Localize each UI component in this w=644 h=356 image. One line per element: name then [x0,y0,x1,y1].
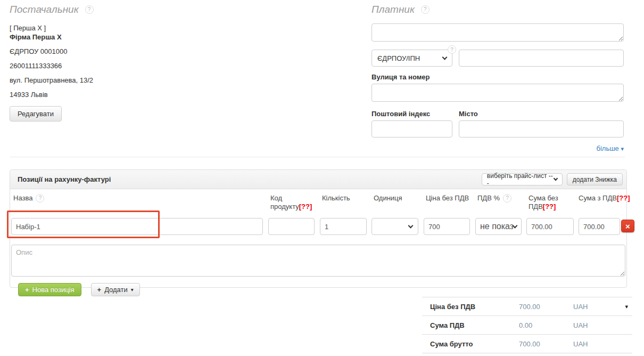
payer-title: Платник [371,3,415,16]
pricelist-select[interactable]: виберіть прайс-лист --- [482,173,563,185]
quantity-input[interactable] [320,218,367,235]
city-input[interactable] [459,120,624,137]
price-net-input[interactable] [424,218,470,235]
payer-name-input[interactable] [371,23,624,42]
unit-select[interactable] [371,218,418,235]
postal-code-label: Поштовий індекс [371,110,452,118]
item-name-input[interactable] [11,218,263,235]
supplier-address: вул. Першотравнева, 13/2 [10,76,233,85]
payer-section: Платник ? ЄДРПОУ/ІПН ? Вулиця та номер П… [371,3,624,152]
invoice-items-panel: Позиції на рахунку-фактурі виберіть прай… [10,169,627,288]
chevron-down-icon [408,223,414,228]
total-label: Сума брутто [422,340,519,348]
total-value: 700.00 [519,340,573,348]
id-number-input[interactable] [459,50,624,67]
total-label: Ціна без ПДВ [422,303,519,311]
col-header-price-net: Ціна без ПДВ [426,194,469,203]
supplier-company-name: Фірма Перша Х [10,33,233,42]
col-header-name: Назва ? [13,194,44,203]
sum-gross-input[interactable] [579,218,620,235]
total-row-gross: Сума брутто 700.00 UAH [422,335,632,353]
help-icon[interactable]: ? [421,5,430,14]
col-header-sum-gross: Сума з ПДВ[??] [579,194,630,203]
supplier-account: 26001111333366 [10,61,233,70]
help-icon[interactable]: ? [85,5,94,14]
chevron-down-icon [554,176,558,181]
items-panel-header: Позиції на рахунку-фактурі виберіть прай… [10,170,626,189]
vat-select[interactable]: не показу [475,218,522,235]
add-dropdown-button[interactable]: + Додати ▾ [91,283,140,296]
chevron-down-icon [513,223,518,228]
close-icon: × [625,222,630,231]
add-discount-button[interactable]: додати Знижка [567,173,623,185]
product-code-input[interactable] [268,218,315,235]
items-table: Назва ? Код продукту[??] Кількість Одини… [10,189,626,287]
supplier-short-name: [ Перша Х ] [10,23,233,33]
total-label: Сума ПДВ [422,321,519,329]
help-icon[interactable]: ? [36,194,44,203]
city-label: Місто [459,110,624,118]
total-currency: UAH [573,321,588,329]
total-value: 700.00 [519,303,573,311]
items-panel-title: Позиції на рахунку-фактурі [18,175,111,183]
new-item-button[interactable]: + Нова позиція [18,283,81,296]
chevron-down-icon [442,54,448,60]
plus-icon: + [25,286,29,294]
currency-dropdown-caret[interactable]: ▾ [625,303,628,310]
payer-title-row: Платник ? [371,3,624,16]
help-icon[interactable]: ? [503,194,511,203]
help-icon[interactable]: ? [448,45,456,54]
section-divider [10,157,625,157]
item-actions: + Нова позиція + Додати ▾ [18,283,140,296]
total-currency: UAH [573,340,588,348]
col-header-sum-net: Сума без ПДВ[??] [529,194,571,211]
delete-item-button[interactable]: × [621,220,634,232]
supplier-section: Постачальник ? [ Перша Х ] Фірма Перша Х… [10,3,233,122]
street-input[interactable] [371,84,624,102]
plus-icon: + [97,286,102,294]
more-link[interactable]: більше ▾ [596,144,624,152]
total-row-vat: Сума ПДВ 0.00 UAH [422,316,632,335]
postal-code-input[interactable] [371,120,452,137]
total-value: 0.00 [519,321,573,329]
caret-down-icon: ▾ [131,287,134,293]
supplier-city: 14933 Львів [10,90,233,99]
caret-down-icon: ▾ [621,145,624,152]
col-header-unit: Одиниця [374,194,402,203]
col-header-vat: ПДВ % ? [477,194,511,203]
total-currency: UAH [573,303,588,311]
col-header-quantity: Кількість [322,194,350,203]
total-row-net: Ціна без ПДВ 700.00 UAH ▾ [422,297,632,316]
col-header-product-code: Код продукту[??] [270,194,311,211]
supplier-title: Постачальник [10,3,79,16]
street-label: Вулиця та номер [371,73,624,81]
edit-supplier-button[interactable]: Редагувати [10,106,62,122]
sum-net-input[interactable] [526,218,574,235]
invoice-editor-page: Постачальник ? [ Перша Х ] Фірма Перша Х… [0,0,644,356]
supplier-title-row: Постачальник ? [10,3,233,16]
supplier-edrpou: ЄДРПОУ 0001000 [10,47,233,56]
description-textarea[interactable] [11,245,625,277]
id-type-select[interactable]: ЄДРПОУ/ІПН ? [371,50,452,67]
totals-table: Ціна без ПДВ 700.00 UAH ▾ Сума ПДВ 0.00 … [422,297,632,353]
